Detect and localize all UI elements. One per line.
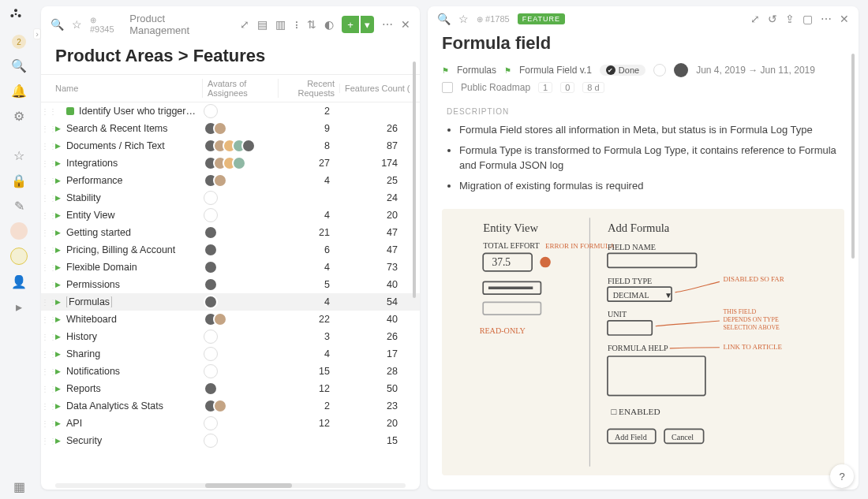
drag-handle-icon[interactable]: ⋮⋮ <box>41 229 55 237</box>
share-icon[interactable]: ⇪ <box>785 13 795 25</box>
drag-handle-icon[interactable]: ⋮⋮ <box>41 177 55 185</box>
drag-handle-icon[interactable]: ⋮⋮ <box>41 246 55 255</box>
h-scrollbar[interactable] <box>41 483 420 490</box>
row-avatars[interactable] <box>200 295 276 309</box>
search-icon[interactable]: 🔍 <box>51 18 64 31</box>
drag-handle-icon[interactable]: ⋮⋮ <box>41 419 55 428</box>
row-avatars[interactable] <box>200 260 276 274</box>
people-icon[interactable]: 👤 <box>10 273 28 290</box>
board-view-icon[interactable]: ▥ <box>275 18 286 31</box>
table-row[interactable]: ⋮⋮▶Permissions540 <box>41 276 420 293</box>
drag-handle-icon[interactable]: ⋮⋮ <box>41 107 55 116</box>
row-avatars[interactable] <box>200 330 276 344</box>
expand-arrow-icon[interactable]: ▶ <box>55 194 66 202</box>
panel-icon[interactable]: ▢ <box>803 13 813 25</box>
drag-handle-icon[interactable]: ⋮⋮ <box>41 367 55 376</box>
drag-handle-icon[interactable]: ⋮⋮ <box>41 402 55 411</box>
table-row[interactable]: ⋮⋮▶Pricing, Billing & Account647 <box>41 241 420 259</box>
rail-avatar-2[interactable] <box>10 248 28 265</box>
list-breadcrumb-id[interactable]: ⊕ #9345 <box>90 15 122 34</box>
chip-8d[interactable]: 8 d <box>582 82 604 93</box>
roadmap-checkbox[interactable] <box>442 82 453 93</box>
table-row[interactable]: ⋮⋮▶Reports1250 <box>41 380 420 397</box>
star-icon[interactable]: ☆ <box>72 18 82 31</box>
filter-icon[interactable]: ⫶ <box>294 18 299 31</box>
expand-arrow-icon[interactable]: ▶ <box>55 125 66 132</box>
expand-icon[interactable]: ⤢ <box>750 13 760 25</box>
row-avatars[interactable] <box>200 382 276 396</box>
expand-arrow-icon[interactable]: ▶ <box>55 419 66 427</box>
row-avatars[interactable] <box>200 434 276 448</box>
row-avatars[interactable] <box>200 347 276 361</box>
chevron-right-icon[interactable]: ▸ <box>10 298 28 315</box>
row-avatars[interactable] <box>200 104 276 118</box>
row-avatars[interactable] <box>200 208 276 222</box>
pencil-icon[interactable]: ✎ <box>10 197 28 214</box>
rail-expand-icon[interactable]: › <box>33 28 41 39</box>
table-row[interactable]: ⋮⋮▶Integrations27174 <box>41 155 420 172</box>
row-avatars[interactable] <box>200 399 276 413</box>
expand-arrow-icon[interactable]: ▶ <box>55 142 66 150</box>
grid-icon[interactable]: ▦ <box>10 482 28 499</box>
expand-arrow-icon[interactable]: ▶ <box>55 281 66 289</box>
close-icon[interactable]: ✕ <box>840 13 849 25</box>
row-avatars[interactable] <box>200 364 276 378</box>
expand-arrow-icon[interactable]: ▶ <box>55 437 66 445</box>
chip-0[interactable]: 0 <box>560 82 574 93</box>
chip-1[interactable]: 1 <box>538 82 552 93</box>
table-row[interactable]: ⋮⋮▶Entity View420 <box>41 207 420 224</box>
table-row[interactable]: ⋮⋮▶API1220 <box>41 415 420 432</box>
row-avatars[interactable] <box>200 277 276 292</box>
row-avatars[interactable] <box>200 225 276 240</box>
table-row[interactable]: ⋮⋮▶Documents / Rich Text887 <box>41 137 420 155</box>
expand-arrow-icon[interactable]: ▶ <box>55 211 66 219</box>
expand-arrow-icon[interactable]: ▶ <box>55 367 66 375</box>
bell-icon[interactable]: 🔔 <box>10 82 28 99</box>
row-avatars[interactable] <box>200 156 276 170</box>
assignee-avatar[interactable] <box>674 63 688 77</box>
expand-arrow-icon[interactable]: ▶ <box>55 229 66 236</box>
star-icon[interactable]: ☆ <box>10 147 28 164</box>
col-features[interactable]: Features Count (Fe <box>339 84 410 93</box>
drag-handle-icon[interactable]: ⋮⋮ <box>41 159 55 168</box>
drag-handle-icon[interactable]: ⋮⋮ <box>41 263 55 272</box>
status-chip[interactable]: Done <box>600 65 645 76</box>
drag-handle-icon[interactable]: ⋮⋮ <box>41 437 55 445</box>
drag-handle-icon[interactable]: ⋮⋮ <box>41 315 55 324</box>
table-row[interactable]: ⋮⋮▶Sharing417 <box>41 345 420 363</box>
expand-icon[interactable]: ⤢ <box>240 18 249 31</box>
more-icon[interactable]: ⋯ <box>821 13 832 25</box>
gear-icon[interactable]: ⚙ <box>10 107 28 125</box>
row-avatars[interactable] <box>200 173 276 188</box>
search-icon[interactable]: 🔍 <box>10 57 28 74</box>
expand-arrow-icon[interactable]: ▶ <box>55 298 66 306</box>
row-avatars[interactable] <box>200 139 276 153</box>
table-row[interactable]: ⋮⋮▶Identify User who triggered a Rule2 <box>41 102 420 120</box>
expand-arrow-icon[interactable]: ▶ <box>55 385 66 393</box>
table-row[interactable]: ⋮⋮▶Data Analytics & Stats223 <box>41 397 420 415</box>
priority-circle[interactable] <box>653 64 666 76</box>
expand-arrow-icon[interactable]: ▶ <box>55 263 66 271</box>
list-view-icon[interactable]: ▤ <box>257 18 268 31</box>
search-icon[interactable]: 🔍 <box>437 13 451 25</box>
date-range[interactable]: Jun 4, 2019 → Jun 11, 2019 <box>696 65 815 76</box>
table-row[interactable]: ⋮⋮▶History326 <box>41 328 420 345</box>
add-dropdown[interactable]: ▾ <box>361 16 374 33</box>
table-row[interactable]: ⋮⋮▶Whiteboard2240 <box>41 311 420 328</box>
drag-handle-icon[interactable]: ⋮⋮ <box>41 211 55 220</box>
col-name[interactable]: Name <box>55 84 202 93</box>
expand-arrow-icon[interactable]: ▶ <box>55 315 66 323</box>
row-avatars[interactable] <box>200 243 276 257</box>
table-row[interactable]: ⋮⋮▶Stability24 <box>41 189 420 207</box>
row-avatars[interactable] <box>200 191 276 205</box>
scrollbar[interactable] <box>851 54 855 259</box>
drag-handle-icon[interactable]: ⋮⋮ <box>41 142 55 151</box>
table-row[interactable]: ⋮⋮▶Getting started2147 <box>41 224 420 241</box>
table-row[interactable]: ⋮⋮▶Formulas454 <box>41 293 420 311</box>
row-avatars[interactable] <box>200 312 276 326</box>
close-icon[interactable]: ✕ <box>401 18 410 31</box>
table-row[interactable]: ⋮⋮▶Search & Recent Items926 <box>41 120 420 137</box>
more-icon[interactable]: ⋯ <box>382 18 393 31</box>
drag-handle-icon[interactable]: ⋮⋮ <box>41 350 55 359</box>
expand-arrow-icon[interactable]: ▶ <box>55 177 66 184</box>
